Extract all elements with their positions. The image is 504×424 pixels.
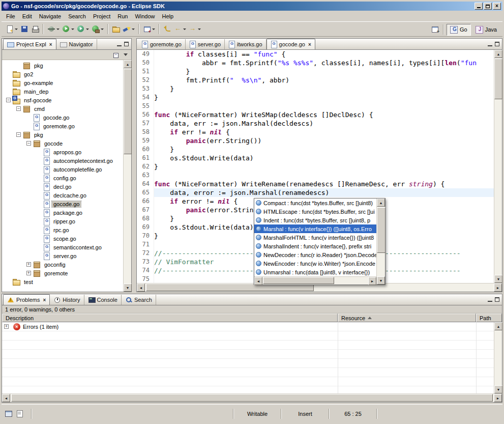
problems-hscrollbar[interactable]: ◄ ► (2, 393, 502, 402)
scroll-left-icon[interactable]: ◄ (137, 284, 145, 292)
autocomplete-item[interactable]: MarshalIndent : func(v interface{}, pref… (254, 242, 376, 250)
editor-tab-goremote-go[interactable]: goremote.go (138, 39, 186, 49)
scrollbar-track[interactable] (10, 394, 494, 402)
code-line-60[interactable]: 60 } (137, 145, 494, 154)
run-history-button[interactable] (76, 24, 90, 34)
column-header-resource[interactable]: Resource (338, 314, 476, 322)
tree-item-go2[interactable]: go2 (2, 70, 123, 78)
dropdown-arrow-icon[interactable] (56, 29, 60, 30)
minimize-button[interactable] (475, 3, 483, 10)
dropdown-arrow-icon[interactable] (183, 29, 186, 30)
tree-item-cmd[interactable]: −cmd (2, 104, 123, 113)
external-tools-button[interactable] (91, 24, 105, 34)
minimize-view-icon[interactable] (117, 42, 122, 46)
code-line-61[interactable]: 61 os.Stdout.Write(data) (137, 154, 494, 162)
close-button[interactable]: × (493, 3, 501, 10)
expander-minus-icon[interactable]: − (6, 98, 11, 102)
maximize-button[interactable] (484, 3, 492, 10)
expander-plus-icon[interactable]: + (26, 262, 31, 267)
code-line-49[interactable]: 49 if classes[i] == "func" { (137, 50, 494, 59)
dropdown-arrow-icon[interactable] (132, 29, 135, 30)
minimize-view-icon[interactable] (488, 297, 492, 302)
code-line-55[interactable]: 55 (137, 102, 494, 110)
tree-item-scope-go[interactable]: scope.go (2, 234, 123, 243)
open-perspective-button[interactable] (430, 24, 440, 35)
print-button[interactable] (30, 24, 40, 34)
autocomplete-item[interactable]: HTMLEscape : func(dst *bytes.Buffer, src… (254, 207, 376, 216)
dropdown-arrow-icon[interactable] (86, 29, 89, 30)
scroll-right-icon[interactable]: ► (494, 284, 502, 292)
tree-item-decl-go[interactable]: decl.go (2, 182, 123, 191)
collapse-all-icon[interactable] (113, 51, 120, 59)
dropdown-arrow-icon[interactable] (15, 29, 18, 30)
save-button[interactable] (19, 24, 29, 34)
maximize-view-icon[interactable] (495, 297, 499, 302)
tree-item-ripper-go[interactable]: ripper.go (2, 217, 123, 225)
tree-item-apropos-go[interactable]: apropos.go (2, 148, 123, 156)
new-wizard-button[interactable] (5, 24, 19, 34)
maximize-view-icon[interactable] (495, 42, 499, 46)
editor-tab-server-go[interactable]: server.go (186, 39, 225, 49)
expander-minus-icon[interactable]: − (16, 132, 21, 137)
scroll-down-icon[interactable]: ▼ (494, 275, 502, 283)
expander-minus-icon[interactable]: − (16, 106, 21, 111)
code-line-62[interactable]: 62} (137, 162, 494, 171)
tree-item-rpc-go[interactable]: rpc.go (2, 225, 123, 234)
scrollbar-thumb[interactable] (263, 277, 334, 284)
problems-row-errors[interactable]: +×Errors (1 item) (2, 322, 494, 331)
tree-item-package-go[interactable]: package.go (2, 208, 123, 217)
tree-item-pkg[interactable]: −pkg (2, 130, 123, 139)
code-line-57[interactable]: 57 data, err := json.Marshal(decldescs) (137, 119, 494, 128)
autocomplete-item[interactable]: Marshal : func(v interface{}) ([]uint8, … (254, 224, 376, 233)
tree-item-autocompletefile-go[interactable]: autocompletefile.go (2, 165, 123, 174)
tab-history[interactable]: History (50, 295, 84, 305)
column-header-description[interactable]: Description (2, 314, 338, 322)
tree-item-pkg[interactable]: pkg (2, 61, 123, 70)
forward-button[interactable] (188, 24, 202, 34)
sash[interactable] (134, 38, 134, 292)
tree-item-declcache-go[interactable]: declcache.go (2, 191, 123, 200)
fast-view-icon[interactable] (5, 410, 13, 418)
title-bar[interactable]: Go - nsf-gocode/src/pkg/gocode/gocode.go… (2, 2, 502, 11)
scroll-up-icon[interactable]: ▲ (377, 199, 385, 207)
code-line-59[interactable]: 59 panic(err.String()) (137, 136, 494, 145)
menu-item-file[interactable]: File (3, 12, 19, 20)
autocomplete-item[interactable]: NewDecoder : func(r io.Reader) *json.Dec… (254, 250, 376, 259)
code-line-63[interactable]: 63 (137, 171, 494, 180)
problems-vscrollbar[interactable]: ▲ ▼ (494, 322, 502, 393)
scroll-left-icon[interactable]: ◄ (2, 394, 10, 402)
open-resource-button[interactable] (111, 24, 121, 34)
scrollbar-thumb[interactable] (11, 394, 493, 402)
menu-item-run[interactable]: Run (114, 12, 131, 20)
tree-item-goconfig[interactable]: +goconfig (2, 260, 123, 269)
scroll-right-icon[interactable]: ► (494, 394, 502, 402)
scrollbar-track[interactable] (262, 277, 368, 285)
autocomplete-item[interactable]: MarshalForHTML : func(v interface{}) ([]… (254, 233, 376, 242)
code-line-56[interactable]: 56func (*NiceFormatter) WriteSMap(declde… (137, 110, 494, 119)
autocomplete-item[interactable]: Unmarshal : func(data []uint8, v interfa… (254, 268, 376, 276)
menu-item-edit[interactable]: Edit (19, 12, 36, 20)
last-edit-location-button[interactable] (162, 24, 172, 34)
editor-tab-itworks-go[interactable]: itworks.go (225, 39, 266, 49)
menu-item-project[interactable]: Project (90, 12, 114, 20)
tree-item-config-go[interactable]: config.go (2, 174, 123, 182)
dropdown-arrow-icon[interactable] (101, 29, 104, 30)
tree-item-nsf-gocode[interactable]: −nsf-gocode (2, 96, 123, 104)
tab-search[interactable]: Search (122, 295, 156, 305)
tree-item-main-dep[interactable]: main_dep (2, 87, 123, 96)
scroll-up-icon[interactable]: ▲ (494, 50, 502, 58)
dropdown-arrow-icon[interactable] (198, 29, 201, 30)
dropdown-arrow-icon[interactable] (71, 29, 74, 30)
new-go-element-button[interactable] (142, 24, 156, 34)
scrollbar-thumb[interactable] (124, 69, 132, 154)
tree-item-semanticcontext-go[interactable]: semanticcontext.go (2, 243, 123, 251)
autocomplete-vscrollbar[interactable]: ▲ ▼ (376, 199, 385, 285)
tab-console[interactable]: Console (84, 295, 122, 305)
explorer-vscrollbar[interactable]: ▲ ▼ (123, 60, 131, 292)
scroll-up-icon[interactable]: ▲ (124, 60, 132, 68)
scrollbar-thumb[interactable] (377, 207, 386, 253)
minimize-view-icon[interactable] (488, 42, 492, 46)
tree-item-autocompletecontext-go[interactable]: autocompletecontext.go (2, 156, 123, 165)
menu-item-window[interactable]: Window (131, 12, 158, 20)
tree-item-gocode-go[interactable]: gocode.go (2, 200, 123, 208)
